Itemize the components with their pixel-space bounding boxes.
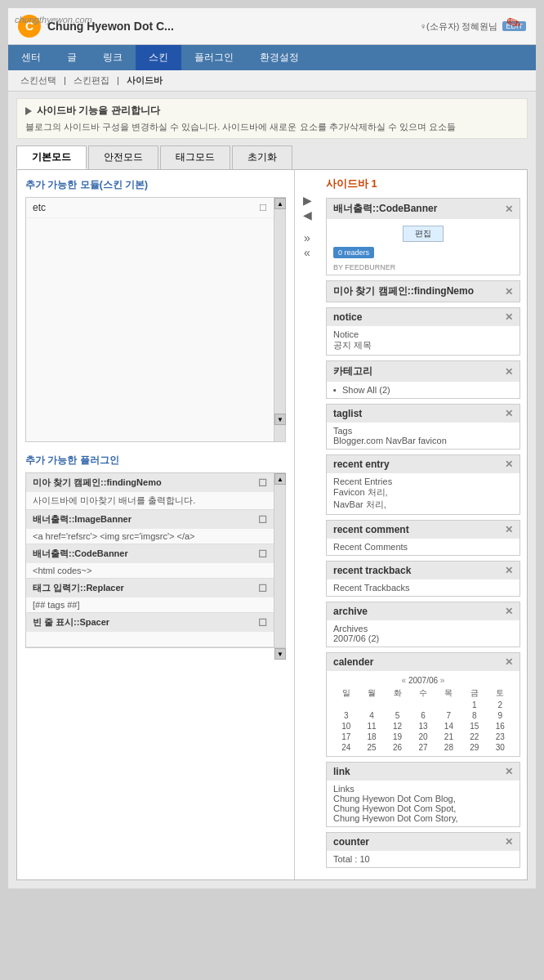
block-close-btn[interactable]: ✕ bbox=[505, 836, 513, 848]
block-close-btn[interactable]: ✕ bbox=[505, 606, 513, 617]
arrow-double-right-btn[interactable]: » bbox=[304, 232, 310, 244]
feedburner-by: BY FEEDBURNER bbox=[333, 263, 513, 271]
recent-entry-label: Recent Entries bbox=[333, 477, 513, 486]
sidebar-block-content: Recent Entries Favicon 처리, NavBar 처리, bbox=[327, 473, 519, 514]
sidebar-block-header: link ✕ bbox=[327, 763, 519, 781]
cal-cell: 17 bbox=[333, 732, 359, 742]
plugin-name: 빈 줄 표시::Spacer bbox=[33, 616, 109, 629]
sidebar-block-header: taglist ✕ bbox=[327, 405, 519, 423]
nav-item-plugin[interactable]: 플러그인 bbox=[181, 45, 247, 70]
plugin-close-btn[interactable]: ☐ bbox=[258, 617, 267, 629]
sidebar-block-content: Recent Comments bbox=[327, 539, 519, 555]
block-close-btn[interactable]: ✕ bbox=[505, 459, 513, 470]
plugin-name: 태그 입력기::Replacer bbox=[33, 582, 124, 594]
tab-reset[interactable]: 초기화 bbox=[232, 145, 292, 169]
arrow-left-btn[interactable]: ◀ bbox=[303, 209, 312, 221]
plugin-scroll-up-btn[interactable]: ▲ bbox=[274, 473, 286, 485]
cal-cell: 6 bbox=[410, 710, 435, 721]
nav-item-link[interactable]: 링크 bbox=[90, 45, 136, 70]
cal-cell bbox=[410, 700, 435, 710]
plugin-close-btn[interactable]: ☐ bbox=[258, 548, 267, 560]
cal-day-header: 월 bbox=[359, 687, 384, 700]
module-list-box: etc ☐ ▲ ▼ bbox=[25, 197, 286, 442]
sidebar-section-title: 사이드바 1 bbox=[326, 177, 520, 191]
cal-cell: 16 bbox=[488, 721, 513, 732]
block-title: notice bbox=[333, 311, 362, 323]
edit-button[interactable]: 편집 bbox=[403, 226, 444, 242]
sidebar-block-content: Archives 2007/06 (2) bbox=[327, 620, 519, 647]
plugin-desc bbox=[26, 632, 274, 647]
list-item: 배너출력::CodeBanner ☐ <html codes~> bbox=[26, 544, 274, 579]
plugin-title: 태그 입력기::Replacer ☐ bbox=[26, 579, 274, 597]
recent-trackback-label: Recent Trackbacks bbox=[333, 583, 513, 593]
cal-cell: 5 bbox=[385, 710, 410, 721]
nav-item-post[interactable]: 글 bbox=[54, 45, 90, 70]
block-close-btn[interactable]: ✕ bbox=[505, 766, 513, 777]
block-close-btn[interactable]: ✕ bbox=[505, 204, 513, 215]
plugin-close-btn[interactable]: ☐ bbox=[258, 583, 267, 594]
sidebar-block-recent-trackback: recent trackback ✕ Recent Trackbacks bbox=[326, 561, 520, 597]
breadcrumb-separator1: | bbox=[64, 75, 69, 85]
tab-tag-mode[interactable]: 태그모드 bbox=[160, 145, 230, 169]
block-close-btn[interactable]: ✕ bbox=[505, 286, 513, 298]
cal-cell: 2 bbox=[488, 700, 513, 710]
nav-item-settings[interactable]: 환경설정 bbox=[247, 45, 312, 70]
arrow-double-left-btn[interactable]: « bbox=[304, 247, 310, 258]
left-panel: 추가 가능한 모듈(스킨 기본) etc ☐ ▲ ▼ 추가 가능한 플러그인 미… bbox=[17, 170, 295, 879]
plugin-close-btn[interactable]: ☐ bbox=[258, 477, 267, 489]
cal-cell: 27 bbox=[410, 742, 435, 753]
cal-next-btn[interactable]: » bbox=[440, 676, 445, 685]
module-scrollbar[interactable]: ▲ ▼ bbox=[274, 198, 285, 441]
cal-cell: 11 bbox=[359, 721, 384, 732]
module-close-btn[interactable]: ☐ bbox=[259, 203, 267, 213]
scroll-down-btn[interactable]: ▼ bbox=[274, 414, 286, 425]
plugin-list-box: 미아 찾기 캠페인::findingNemo ☐ 사이드바에 미아찾기 배너를 … bbox=[25, 472, 286, 648]
scroll-up-btn[interactable]: ▲ bbox=[274, 198, 286, 209]
info-box-title-text: 사이드바 기능을 관리합니다 bbox=[37, 104, 160, 118]
block-close-btn[interactable]: ✕ bbox=[505, 366, 513, 378]
cal-cell: 18 bbox=[359, 732, 384, 742]
plugin-title: 미아 찾기 캠페인::findingNemo ☐ bbox=[26, 473, 274, 492]
site-header: C Chung Hyewon Dot C... ♀(소유자) 정혜원님 EDIT bbox=[8, 8, 536, 45]
arrow-right-btn[interactable]: ▶ bbox=[303, 195, 312, 206]
breadcrumb-skin-select[interactable]: 스킨선택 bbox=[20, 75, 56, 85]
recent-entry-item1: Favicon 처리, bbox=[333, 486, 513, 499]
taglist-label: Tags bbox=[333, 426, 513, 436]
block-close-btn[interactable]: ✕ bbox=[505, 524, 513, 535]
cal-cell: 26 bbox=[385, 742, 410, 753]
cal-cell: 14 bbox=[436, 721, 462, 732]
cal-month-year: 2007/06 bbox=[408, 676, 440, 685]
triangle-icon bbox=[25, 107, 32, 115]
cal-cell: 4 bbox=[359, 710, 384, 721]
block-title: recent comment bbox=[333, 524, 409, 535]
sidebar-block-header: calender ✕ bbox=[327, 653, 519, 671]
module-section-title: 추가 가능한 모듈(스킨 기본) bbox=[25, 178, 286, 192]
tab-basic-mode[interactable]: 기본모드 bbox=[16, 145, 87, 169]
cal-day-header: 목 bbox=[436, 687, 462, 700]
sidebar-block-content: Recent Trackbacks bbox=[327, 579, 519, 596]
sidebar-block-header: recent trackback ✕ bbox=[327, 562, 519, 579]
plugin-scrollbar[interactable]: ▲ ▼ bbox=[274, 473, 285, 647]
block-close-btn[interactable]: ✕ bbox=[505, 656, 513, 668]
nav-item-skin[interactable]: 스킨 bbox=[136, 45, 181, 70]
plugin-close-btn[interactable]: ☐ bbox=[258, 514, 267, 526]
breadcrumb-skin-edit[interactable]: 스킨편집 bbox=[74, 75, 109, 85]
cal-day-header: 일 bbox=[333, 687, 359, 700]
block-close-btn[interactable]: ✕ bbox=[505, 408, 513, 419]
block-title: 미아 찾기 캠페인::findingNemo bbox=[333, 284, 474, 298]
cal-cell: 19 bbox=[385, 732, 410, 742]
plugin-scroll-down-btn[interactable]: ▼ bbox=[274, 648, 286, 660]
nav-item-center[interactable]: 센터 bbox=[8, 45, 54, 70]
cal-cell: 10 bbox=[333, 721, 359, 732]
cal-cell: 15 bbox=[462, 721, 487, 732]
plugin-desc: <a href='refsrc'> <img src='imgsrc'> </a… bbox=[26, 529, 274, 544]
block-close-btn[interactable]: ✕ bbox=[505, 565, 513, 576]
center-arrows: ▶ ◀ » « bbox=[295, 170, 319, 879]
tab-safe-mode[interactable]: 안전모드 bbox=[88, 145, 158, 169]
cal-prev-btn[interactable]: « bbox=[402, 676, 407, 685]
cal-cell: 23 bbox=[488, 732, 513, 742]
cal-cell: 12 bbox=[385, 721, 410, 732]
sidebar-block-header: recent entry ✕ bbox=[327, 455, 519, 473]
notice-value: 공지 제목 bbox=[333, 339, 513, 351]
block-close-btn[interactable]: ✕ bbox=[505, 311, 513, 323]
